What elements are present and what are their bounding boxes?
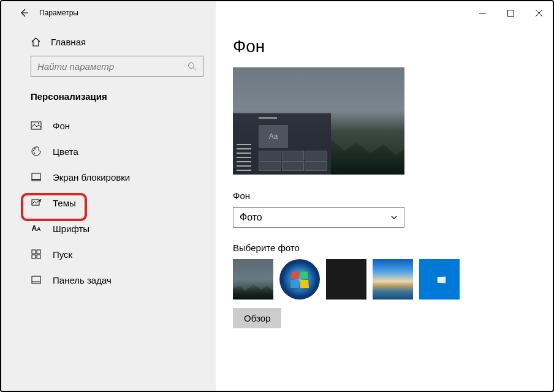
sidebar: Главная Персонализация Фон Цве xyxy=(1,24,216,391)
background-label: Фон xyxy=(233,190,536,201)
start-icon xyxy=(31,249,42,260)
photo-thumb-2[interactable] xyxy=(279,259,320,300)
svg-point-10 xyxy=(34,148,36,149)
svg-rect-18 xyxy=(37,255,40,258)
svg-rect-12 xyxy=(32,173,40,179)
maximize-button[interactable] xyxy=(496,1,525,24)
fonts-icon: AA xyxy=(31,223,42,234)
palette-icon xyxy=(31,146,42,157)
minimize-button[interactable] xyxy=(468,1,496,24)
themes-icon xyxy=(31,197,42,208)
sidebar-item-label: Экран блокировки xyxy=(53,172,130,183)
main-content: Фон Aa Фон Фото xyxy=(216,24,553,391)
svg-rect-17 xyxy=(32,255,36,258)
sidebar-item-taskbar[interactable]: Панель задач xyxy=(1,267,216,293)
browse-button[interactable]: Обзор xyxy=(233,308,281,328)
page-title: Фон xyxy=(233,37,536,56)
choose-photo-label: Выберите фото xyxy=(233,243,536,253)
sidebar-item-label: Темы xyxy=(53,198,76,208)
search-input[interactable] xyxy=(31,56,203,77)
sidebar-item-label: Шрифты xyxy=(53,224,89,234)
svg-point-9 xyxy=(33,150,34,151)
photo-thumb-5[interactable] xyxy=(419,259,460,300)
photo-thumbnails xyxy=(233,259,536,300)
sidebar-item-label: Цвета xyxy=(53,146,78,157)
lockscreen-icon xyxy=(31,172,42,183)
background-type-dropdown[interactable]: Фото xyxy=(233,207,404,228)
svg-line-6 xyxy=(194,67,197,70)
sidebar-item-colors[interactable]: Цвета xyxy=(1,138,216,164)
home-icon xyxy=(31,37,41,47)
window-title: Параметры xyxy=(39,9,78,17)
sidebar-item-themes[interactable]: Темы xyxy=(1,190,216,216)
close-button[interactable] xyxy=(525,1,553,24)
photo-thumb-1[interactable] xyxy=(233,259,273,300)
section-header: Персонализация xyxy=(1,88,216,113)
photo-thumb-4[interactable] xyxy=(373,259,413,300)
picture-icon xyxy=(31,120,42,131)
home-link[interactable]: Главная xyxy=(1,32,216,56)
svg-rect-13 xyxy=(32,179,40,181)
back-button[interactable] xyxy=(12,1,36,24)
sidebar-item-label: Панель задач xyxy=(53,275,112,285)
sidebar-item-fonts[interactable]: AA Шрифты xyxy=(1,216,216,241)
svg-point-8 xyxy=(38,123,39,124)
svg-rect-2 xyxy=(507,10,514,16)
titlebar: Параметры xyxy=(1,1,553,24)
photo-thumb-3[interactable] xyxy=(326,259,366,300)
sidebar-item-label: Пуск xyxy=(53,249,72,260)
search-icon xyxy=(188,62,197,71)
chevron-down-icon xyxy=(390,214,398,221)
sidebar-item-lockscreen[interactable]: Экран блокировки xyxy=(1,164,216,190)
svg-rect-19 xyxy=(32,276,40,284)
sidebar-item-label: Фон xyxy=(53,121,70,131)
sidebar-item-start[interactable]: Пуск xyxy=(1,241,216,267)
sidebar-item-background[interactable]: Фон xyxy=(1,113,216,138)
home-label: Главная xyxy=(51,37,86,47)
svg-rect-16 xyxy=(37,250,40,254)
svg-point-5 xyxy=(189,62,194,68)
dropdown-value: Фото xyxy=(240,212,262,223)
preview-sample-text: Aa xyxy=(259,125,288,148)
svg-point-11 xyxy=(34,153,35,154)
background-preview: Aa xyxy=(233,67,404,175)
taskbar-icon xyxy=(31,274,42,285)
svg-rect-15 xyxy=(32,250,36,254)
